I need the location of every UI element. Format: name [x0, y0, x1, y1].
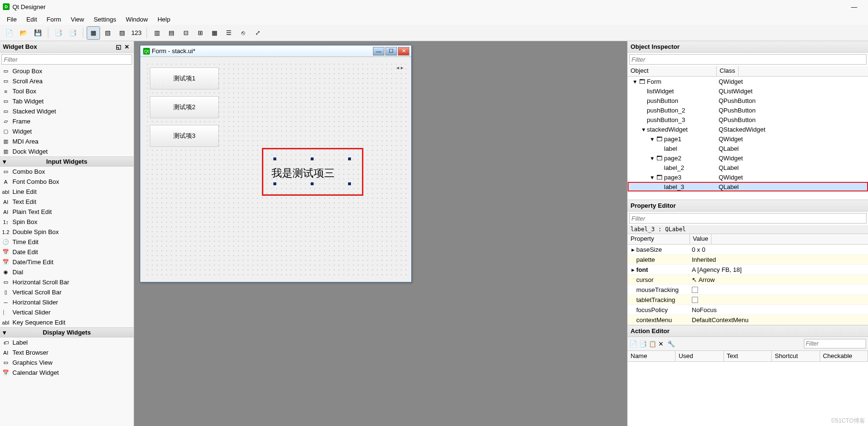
object-tree-row[interactable]: ▾🗔page3QWidget — [628, 172, 868, 182]
property-row[interactable]: ▸baseSize0 x 0 — [628, 245, 868, 255]
menu-form[interactable]: Form — [42, 15, 66, 24]
ae-config[interactable]: 🔧 — [667, 340, 675, 348]
widget-item[interactable]: ▭Horizontal Scroll Bar — [0, 277, 134, 287]
menu-view[interactable]: View — [66, 15, 89, 24]
tb-bring-front[interactable] — [67, 27, 79, 39]
widget-item[interactable]: AIPlain Text Edit — [0, 207, 134, 217]
tb-layout-vsplit[interactable]: ⊞ — [194, 27, 206, 39]
ae-paste-action[interactable]: 📋 — [649, 340, 656, 348]
widget-item[interactable]: ▭Group Box — [0, 66, 134, 76]
property-table[interactable]: ▸baseSize0 x 0paletteInherited▸fontA [Ag… — [628, 245, 868, 325]
widget-box-filter[interactable] — [1, 54, 132, 65]
widget-item[interactable]: AFont Combo Box — [0, 177, 134, 187]
widget-item[interactable]: ▥MDI Area — [0, 136, 134, 146]
widget-item[interactable]: 🏷Label — [0, 337, 134, 348]
checkbox[interactable] — [692, 297, 698, 303]
tb-save[interactable] — [32, 27, 44, 39]
widget-item[interactable]: ─Horizontal Slider — [0, 297, 134, 307]
widget-item[interactable]: AIText Browser — [0, 348, 134, 358]
minimize-button[interactable] — [843, 0, 865, 13]
widget-item[interactable]: ▯Vertical Scroll Bar — [0, 287, 134, 297]
menu-window[interactable]: Window — [121, 15, 153, 24]
widget-item[interactable]: 📅Date Edit — [0, 247, 134, 257]
expand-icon[interactable]: ▾ — [631, 78, 638, 85]
object-tree-row[interactable]: label_3QLabel — [628, 182, 868, 191]
widget-item[interactable]: ▭Scroll Area — [0, 76, 134, 86]
widget-item[interactable]: ⎸Vertical Slider — [0, 307, 134, 317]
menu-edit[interactable]: Edit — [22, 15, 42, 24]
form-pushbutton-1[interactable]: 测试项1 — [150, 67, 219, 90]
widget-item[interactable]: ▭Tab Widget — [0, 96, 134, 106]
widget-item[interactable]: 1↕Spin Box — [0, 217, 134, 227]
ae-copy-action[interactable]: 📑 — [639, 340, 647, 348]
tb-layout-form[interactable]: ☰ — [223, 27, 235, 39]
widget-item[interactable]: ▥Dock Widget — [0, 146, 134, 157]
form-subwindow[interactable]: Qt Form - stack.ui* — ☐ ✕ ◂ ▸ 测试项1 测试项2 … — [140, 45, 412, 282]
widget-item[interactable]: ▭Graphics View — [0, 358, 134, 368]
tb-edit-widgets[interactable]: ▦ — [87, 27, 100, 39]
widget-item[interactable]: ▭Combo Box — [0, 167, 134, 177]
widget-item[interactable]: ◉Dial — [0, 267, 134, 277]
widget-item[interactable]: ▱Frame — [0, 116, 134, 126]
tb-new[interactable] — [3, 27, 15, 39]
property-row[interactable]: ▸fontA [Agency FB, 18] — [628, 265, 868, 275]
tb-adjust-size[interactable]: ⤢ — [251, 27, 264, 39]
tb-layout-v[interactable]: ▤ — [165, 27, 178, 39]
object-tree-row[interactable]: pushButton_2QPushButton — [628, 105, 868, 115]
ae-new-action[interactable]: 📄 — [630, 340, 637, 348]
property-row[interactable]: paletteInherited — [628, 255, 868, 265]
action-editor-columns[interactable]: Name Used Text Shortcut Checkable — [628, 350, 868, 362]
form-titlebar[interactable]: Qt Form - stack.ui* — ☐ ✕ — [140, 45, 411, 57]
widget-item[interactable]: ▭Stacked Widget — [0, 106, 134, 116]
menu-settings[interactable]: Settings — [89, 15, 121, 24]
tb-edit-signals[interactable]: ▧ — [101, 27, 114, 39]
widget-item[interactable]: 🕒Time Edit — [0, 237, 134, 247]
tb-layout-grid[interactable]: ▦ — [208, 27, 221, 39]
tb-send-back[interactable] — [52, 27, 65, 39]
tb-open[interactable] — [17, 27, 30, 39]
property-editor-filter[interactable] — [629, 213, 867, 224]
expand-icon[interactable]: ▾ — [640, 126, 647, 133]
tb-edit-taborder[interactable]: 123 — [130, 27, 143, 39]
widget-item[interactable]: 📅Calendar Widget — [0, 368, 134, 378]
property-row[interactable]: cursor↖ Arrow — [628, 275, 868, 285]
expand-icon[interactable]: ▾ — [649, 135, 655, 143]
tb-break-layout[interactable]: ⎋ — [237, 27, 249, 39]
menu-help[interactable]: Help — [153, 15, 175, 24]
property-row[interactable]: contextMenuDefaultContextMenu — [628, 315, 868, 325]
object-tree-row[interactable]: listWidgetQListWidget — [628, 86, 868, 96]
menu-file[interactable]: File — [2, 15, 22, 24]
property-table-header[interactable]: Property Value — [628, 234, 868, 245]
dock-close-icon[interactable]: ✕ — [123, 43, 131, 51]
object-tree-row[interactable]: pushButtonQPushButton — [628, 96, 868, 105]
tb-layout-hsplit[interactable]: ⊟ — [180, 27, 192, 39]
form-pushbutton-2[interactable]: 测试项2 — [150, 96, 219, 118]
action-editor-filter[interactable] — [804, 339, 866, 348]
widget-item[interactable]: abIKey Sequence Edit — [0, 317, 134, 327]
form-pushbutton-3[interactable]: 测试项3 — [150, 125, 219, 147]
form-minimize-button[interactable]: — — [373, 47, 384, 56]
form-canvas[interactable]: ◂ ▸ 测试项1 测试项2 测试项3 我是测试项三 — [145, 62, 406, 277]
widget-item[interactable]: 1.2Double Spin Box — [0, 227, 134, 237]
object-tree-row[interactable]: ▾🗔page1QWidget — [628, 134, 868, 144]
object-tree-row[interactable]: ▾🗔FormQWidget — [628, 77, 868, 86]
widget-category[interactable]: ▾Display Widgets — [0, 327, 134, 337]
property-row[interactable]: mouseTracking — [628, 285, 868, 295]
property-row[interactable]: tabletTracking — [628, 295, 868, 305]
object-tree-row[interactable]: labelQLabel — [628, 144, 868, 153]
object-inspector-filter[interactable] — [629, 54, 867, 65]
object-tree-header[interactable]: Object Class — [628, 66, 868, 77]
object-tree-row[interactable]: ▾🗔page2QWidget — [628, 153, 868, 163]
form-close-button[interactable]: ✕ — [398, 47, 409, 56]
form-maximize-button[interactable]: ☐ — [385, 47, 397, 56]
stacked-nav-arrows[interactable]: ◂ ▸ — [396, 65, 404, 71]
expand-icon[interactable]: ▾ — [649, 155, 655, 162]
widget-item[interactable]: 📅Date/Time Edit — [0, 257, 134, 267]
widget-item[interactable]: abILine Edit — [0, 187, 134, 197]
widget-item[interactable]: ≡Tool Box — [0, 86, 134, 96]
tb-layout-h[interactable]: ▥ — [151, 27, 163, 39]
form-label-3[interactable]: 我是测试项三 — [271, 166, 335, 180]
widget-item[interactable]: ▢Widget — [0, 126, 134, 136]
object-tree-row[interactable]: label_2QLabel — [628, 163, 868, 172]
widget-box-list[interactable]: ▭Group Box▭Scroll Area≡Tool Box▭Tab Widg… — [0, 66, 134, 426]
